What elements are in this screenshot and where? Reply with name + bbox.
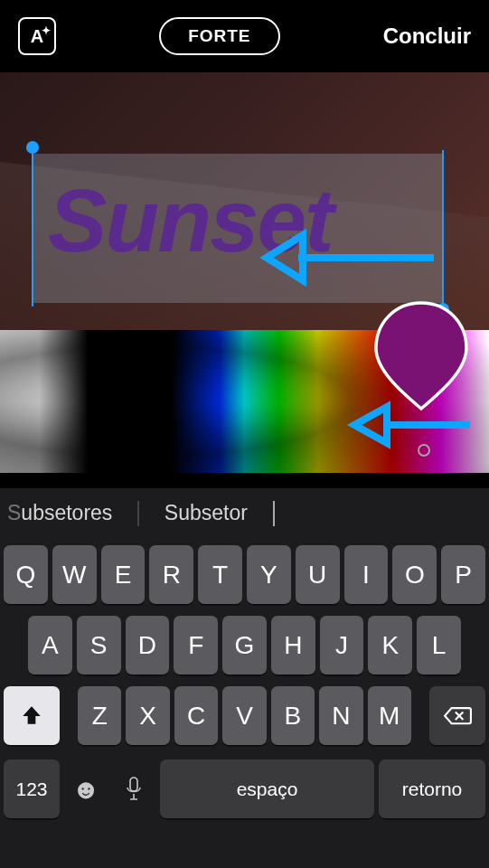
story-editor-header: A ✦ FORTE Concluir (0, 0, 489, 72)
key-t[interactable]: T (198, 545, 242, 604)
text-handle-right-icon[interactable] (442, 150, 444, 307)
keyboard-suggestion-bar: Subsetores Subsetor (0, 488, 489, 538)
text-selection-box[interactable]: Sunset (32, 154, 444, 303)
key-v[interactable]: V (222, 686, 266, 745)
spectrum-cursor-icon[interactable] (418, 444, 430, 457)
key-j[interactable]: J (320, 616, 364, 675)
text-handle-left-icon[interactable] (32, 150, 33, 307)
key-p[interactable]: P (441, 545, 485, 604)
key-n[interactable]: N (319, 686, 362, 745)
system-keyboard: Q W E R T Y U I O P A S D F G H J K L Z … (0, 538, 489, 868)
shift-icon (20, 704, 43, 728)
keyboard-row-1: Q W E R T Y U I O P (4, 545, 485, 604)
key-s[interactable]: S (77, 616, 121, 675)
suggestion-cursor-icon (273, 501, 275, 526)
key-b[interactable]: B (271, 686, 315, 745)
key-l[interactable]: L (417, 616, 461, 675)
space-key[interactable]: espaço (160, 760, 374, 818)
shift-key[interactable] (4, 686, 60, 745)
key-m[interactable]: M (368, 686, 411, 745)
color-spectrum-picker[interactable] (0, 330, 489, 473)
svg-rect-0 (130, 778, 137, 791)
suggestion-2[interactable]: Subsetor (165, 501, 248, 525)
font-weight-button[interactable]: FORTE (159, 17, 279, 55)
key-k[interactable]: K (368, 616, 412, 675)
color-pin-indicator-icon[interactable] (371, 298, 471, 411)
key-i[interactable]: I (344, 545, 389, 604)
key-z[interactable]: Z (78, 686, 121, 745)
key-w[interactable]: W (52, 545, 97, 604)
microphone-icon (125, 777, 143, 802)
key-q[interactable]: Q (4, 545, 48, 604)
dictation-key[interactable] (112, 760, 155, 818)
key-g[interactable]: G (222, 616, 267, 675)
keyboard-row-4: 123 ☻ espaço retorno (4, 757, 485, 818)
key-r[interactable]: R (149, 545, 193, 604)
canvas-text[interactable]: Sunset (32, 154, 444, 265)
key-d[interactable]: D (126, 616, 170, 675)
suggestion-separator-icon (137, 501, 139, 526)
key-c[interactable]: C (174, 686, 218, 745)
suggestion-1[interactable]: Subsetores (7, 501, 112, 525)
key-u[interactable]: U (296, 545, 340, 604)
keyboard-row-2: A S D F G H J K L (4, 616, 485, 675)
emoji-key[interactable]: ☻ (64, 760, 108, 818)
key-x[interactable]: X (126, 686, 169, 745)
sparkle-icon: ✦ (42, 24, 51, 37)
key-y[interactable]: Y (247, 545, 291, 604)
numbers-key[interactable]: 123 (4, 760, 60, 818)
return-key[interactable]: retorno (379, 760, 485, 818)
delete-key[interactable] (429, 686, 485, 745)
key-a[interactable]: A (28, 616, 72, 675)
backspace-icon (443, 706, 472, 725)
key-o[interactable]: O (392, 545, 437, 604)
text-animation-button[interactable]: A ✦ (18, 17, 56, 55)
key-h[interactable]: H (271, 616, 315, 675)
key-f[interactable]: F (174, 616, 218, 675)
done-button[interactable]: Concluir (383, 24, 471, 49)
keyboard-row-3: Z X C V B N M (4, 686, 485, 745)
emoji-icon: ☻ (71, 774, 100, 805)
key-e[interactable]: E (101, 545, 146, 604)
